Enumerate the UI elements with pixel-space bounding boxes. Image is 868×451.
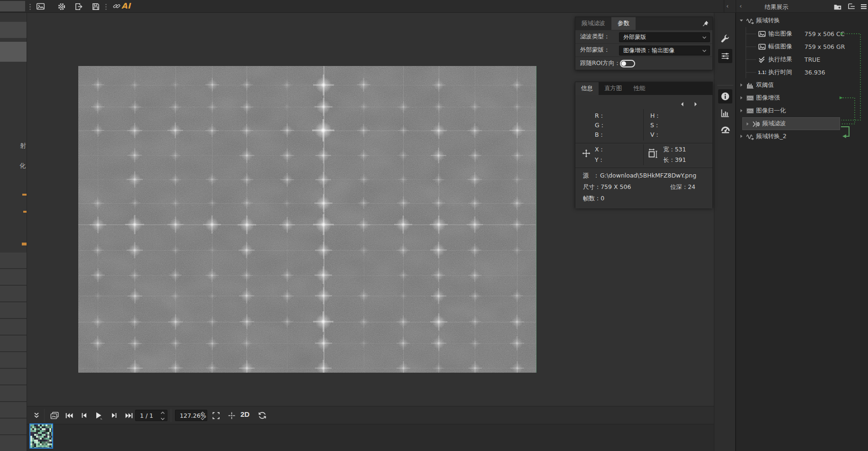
spinner-arrows[interactable] <box>200 411 205 421</box>
sidebar-table-row[interactable] <box>0 269 27 285</box>
spectrum-star-point <box>394 216 412 234</box>
spinner-arrows[interactable] <box>160 411 166 421</box>
spectrum-image[interactable] <box>78 66 536 373</box>
open-image-button[interactable] <box>36 2 45 11</box>
collapse-panel-icon[interactable]: ‹ <box>739 2 742 10</box>
sidebar-table-row[interactable] <box>0 352 27 368</box>
caret-right-icon[interactable] <box>745 121 750 127</box>
tree-item-exec-time[interactable]: 1.11 执行时间 36.936 <box>736 66 868 79</box>
ai-logo[interactable]: AI <box>113 1 130 10</box>
spectrum-star-point <box>205 78 219 92</box>
spectrum-star-point <box>92 244 104 256</box>
sidebar-table-row[interactable] <box>0 369 27 385</box>
zoom-spinner[interactable]: 127.26% <box>175 410 207 421</box>
wrench-tool-button[interactable] <box>718 32 732 46</box>
filter-type-select[interactable]: 外部蒙版 <box>619 32 710 42</box>
spectrum-star-point <box>207 316 218 327</box>
pin-panel-button[interactable] <box>702 19 710 28</box>
step-forward-button[interactable] <box>110 411 119 420</box>
spectrum-star-point <box>430 216 448 234</box>
caret-right-icon[interactable] <box>739 95 744 101</box>
spectrum-star-point <box>282 80 292 90</box>
sidebar-table-row[interactable] <box>0 302 27 319</box>
spectrum-star-point <box>512 102 522 112</box>
prev-page-button[interactable] <box>679 101 685 107</box>
tree-view-button[interactable] <box>847 2 856 11</box>
tree-node-double-threshold[interactable]: 双阈值 <box>736 79 868 92</box>
sidebar-table-row[interactable] <box>0 286 27 302</box>
tab-freq-filter[interactable]: 频域滤波 <box>575 17 611 30</box>
result-panel-title: 结果展示 <box>765 3 788 11</box>
external-mask-select[interactable]: 图像增强：输出图像 <box>619 46 710 56</box>
crosshair-icon <box>228 412 236 420</box>
tab-histogram[interactable]: 直方图 <box>599 82 628 95</box>
play-button[interactable] <box>94 411 103 420</box>
spinner-up-icon[interactable] <box>200 411 205 415</box>
frame-spinner[interactable]: 1 / 1 <box>135 410 167 421</box>
skip-to-end-button[interactable] <box>124 411 134 420</box>
export-button[interactable] <box>74 2 83 11</box>
spectrum-star-point <box>129 269 141 282</box>
spectrum-star-point <box>128 289 142 303</box>
tab-info[interactable]: 信息 <box>575 82 599 95</box>
loop-refresh-button[interactable] <box>258 411 267 420</box>
tab-parameters[interactable]: 参数 <box>611 17 636 30</box>
spinner-down-icon[interactable] <box>200 417 205 421</box>
sidebar-table-row[interactable] <box>0 419 27 435</box>
histogram-tool-button[interactable] <box>718 106 732 120</box>
sidebar-table-row[interactable] <box>0 402 27 418</box>
bit-depth: 位深 : 24 <box>670 183 695 191</box>
tab-performance[interactable]: 性能 <box>628 82 651 95</box>
caret-right-icon[interactable] <box>739 82 744 88</box>
collapse-toolbar-button[interactable] <box>32 411 41 420</box>
panel-menu-button[interactable] <box>859 2 868 11</box>
spinner-down-icon[interactable] <box>160 417 166 421</box>
sidebar-table-row[interactable] <box>0 253 27 269</box>
spectrum-star-point <box>129 197 140 208</box>
caret-right-icon[interactable] <box>739 133 744 139</box>
spectrum-star-point <box>241 197 253 209</box>
sidebar-table-row[interactable] <box>0 435 27 451</box>
new-folder-button[interactable] <box>833 2 842 11</box>
view-mode-2d-button[interactable]: 2D <box>240 410 249 418</box>
tree-node-freq-transform[interactable]: 频域转换 <box>736 14 868 27</box>
tree-item-exec-result[interactable]: 执行结果 TRUE <box>736 53 868 66</box>
spectrum-star-point <box>240 101 253 113</box>
left-sidebar: 射 化 <box>0 13 27 451</box>
sidebar-table-row[interactable] <box>0 385 27 402</box>
external-mask-value: 图像增强：输出图像 <box>623 47 674 55</box>
sidebar-row-selected[interactable] <box>0 42 27 62</box>
gear-icon <box>57 2 66 11</box>
spectrum-star-point <box>241 338 252 349</box>
fit-fullscreen-button[interactable] <box>211 411 221 420</box>
tree-node-freq-filter[interactable]: 频域滤波 <box>742 117 840 130</box>
sidebar-table-row[interactable] <box>0 336 27 352</box>
follow-roi-toggle[interactable] <box>620 60 635 67</box>
settings-button[interactable] <box>57 2 66 11</box>
collapse-strip-icon[interactable]: ‹ <box>726 2 729 10</box>
center-view-button[interactable] <box>227 411 236 420</box>
image-list-button[interactable] <box>50 411 59 420</box>
caret-down-icon[interactable] <box>739 18 744 23</box>
performance-tool-button[interactable] <box>718 122 732 136</box>
next-page-button[interactable] <box>692 101 699 107</box>
image-thumbnail-selected[interactable] <box>29 423 53 449</box>
sidebar-table-row[interactable] <box>0 319 27 335</box>
caret-right-icon[interactable] <box>739 108 744 113</box>
pin-icon <box>702 20 709 27</box>
tree-item-output-image[interactable]: 输出图像 759 x 506 CC <box>736 28 868 40</box>
parameters-tool-button[interactable] <box>718 49 732 63</box>
skip-to-start-button[interactable] <box>64 411 74 420</box>
spinner-up-icon[interactable] <box>160 411 166 415</box>
tree-item-magnitude-image[interactable]: 幅值图像 759 x 506 GR <box>736 40 868 53</box>
skip-start-icon <box>65 412 73 420</box>
tree-node-freq-transform-2[interactable]: 频域转换_2 <box>736 130 868 143</box>
sidebar-row-highlight[interactable] <box>0 22 27 38</box>
spectrum-star-point <box>315 287 332 304</box>
tree-node-image-enhance[interactable]: 图像增强 <box>736 92 868 104</box>
tree-node-image-normalize[interactable]: 图像归一化 <box>736 104 868 117</box>
spectrum-star-point <box>469 149 481 162</box>
step-back-button[interactable] <box>79 411 89 420</box>
info-tool-button[interactable] <box>718 89 732 103</box>
save-button[interactable] <box>91 2 100 11</box>
